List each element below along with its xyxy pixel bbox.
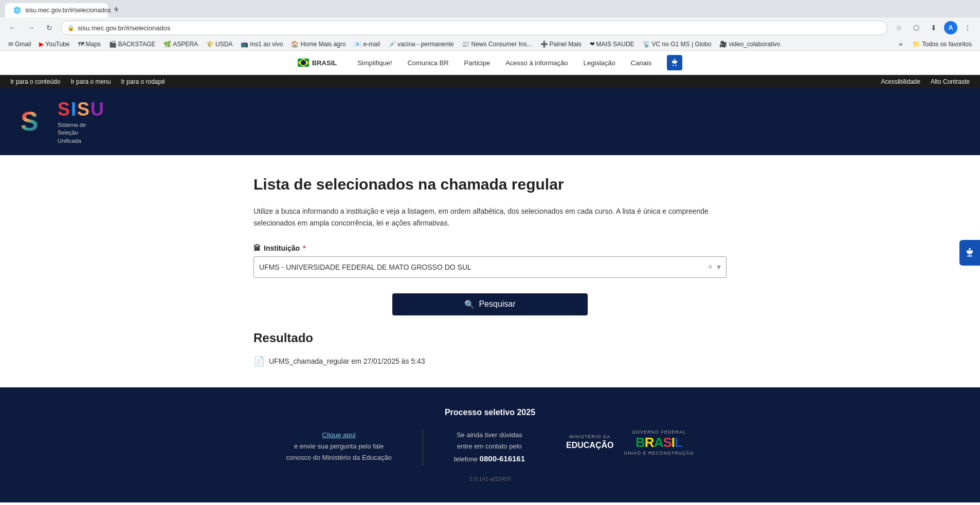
skip-to-menu[interactable]: Ir para o menu	[70, 78, 111, 85]
bookmark-backstage[interactable]: 🎬 BACKSTAGE	[106, 40, 158, 49]
backstage-icon: 🎬	[109, 41, 117, 48]
footer-col2-text2: entre em contato pelo	[457, 442, 522, 450]
bookmark-painel-label: Painel Mais	[550, 41, 582, 48]
bookmark-news[interactable]: 📰 News Consumer Ins...	[459, 40, 535, 49]
dropdown-icon[interactable]: ▾	[717, 262, 721, 272]
bookmark-maps[interactable]: 🗺 Maps	[75, 40, 104, 49]
gov-link-simplifique[interactable]: Simplifique!	[357, 59, 392, 67]
gov-link-canais[interactable]: Canais	[631, 59, 651, 67]
bookmarks-bar: ✉ Gmail ▶ YouTube 🗺 Maps 🎬 BACKSTAGE 🌿 A…	[0, 38, 980, 51]
new-tab-button[interactable]: +	[109, 2, 123, 16]
browser-toolbar: ← → ↻ 🔒 sisu.mec.gov.br/#/selecionados ☆…	[0, 17, 980, 38]
gov-link-participe[interactable]: Participe	[464, 59, 491, 67]
footer-phone-number: 0800-616161	[480, 454, 525, 463]
sisu-letter-u: U	[90, 99, 105, 120]
brasil-wordmark: BRASIL	[636, 435, 682, 451]
bookmark-saude[interactable]: ❤ MAIS SAUDE	[587, 40, 638, 49]
gov-brasil-label: BRASIL	[312, 59, 337, 67]
bookmark-maps-label: Maps	[86, 41, 101, 48]
search-button-label: Pesquisar	[479, 300, 515, 309]
bookmarks-more-icon: »	[899, 41, 903, 48]
footer-clique-aqui[interactable]: Clique aqui	[322, 431, 356, 439]
forward-button[interactable]: →	[24, 21, 38, 35]
lock-icon: 🔒	[67, 25, 75, 31]
bookmark-vacina[interactable]: 💉 vacina - permanente	[385, 40, 457, 49]
sisu-word: SISU	[58, 99, 105, 120]
alto-contraste-link[interactable]: Alto Contraste	[931, 78, 970, 85]
bookmark-g1[interactable]: 📡 VC no G1 MS | Globo	[640, 40, 715, 49]
bookmark-aspera[interactable]: 🌿 ASPERA	[160, 40, 201, 49]
back-button[interactable]: ←	[5, 21, 20, 35]
bookmark-usda[interactable]: 🌾 USDA	[203, 40, 235, 49]
bookmark-email[interactable]: 📧 e-mail	[351, 40, 383, 49]
gmail-icon: ✉	[8, 41, 13, 48]
gov-link-comunica[interactable]: Comunica BR	[407, 59, 448, 67]
download-icon: ⬇	[931, 24, 937, 32]
bookmark-painel[interactable]: ➕ Painel Mais	[537, 40, 585, 49]
bookmarks-more-button[interactable]: »	[896, 40, 906, 49]
url-bar[interactable]: 🔒 sisu.mec.gov.br/#/selecionados	[61, 21, 887, 35]
sisu-letter-s2: S	[77, 99, 90, 120]
bookmark-homeagro[interactable]: 🏠 Home Mais agro	[288, 40, 349, 49]
bookmarks-folder[interactable]: 📁 Todos os favoritos	[910, 40, 975, 49]
bookmark-ms1-label: ms1 ao vivo	[250, 41, 283, 48]
bookmark-email-label: e-mail	[363, 41, 380, 48]
brasil-b: B	[636, 435, 645, 450]
floating-accessibility-button[interactable]	[959, 240, 980, 266]
skip-links-bar: Ir para o conteúdo Ir para o menu Ir par…	[0, 75, 980, 88]
g1-icon: 📡	[643, 41, 650, 48]
gov-link-acesso[interactable]: Acesso à informação	[505, 59, 568, 67]
instituicao-select[interactable]: UFMS - UNIVERSIDADE FEDERAL DE MATO GROS…	[253, 256, 727, 278]
user-avatar[interactable]: A	[944, 21, 957, 34]
accessibility-link[interactable]: Acessibilidade	[881, 78, 920, 85]
folder-label: Todos os favoritos	[922, 41, 972, 48]
bookmark-gmail[interactable]: ✉ Gmail	[5, 40, 34, 49]
institution-icon: 🏛	[253, 244, 261, 252]
back-icon: ←	[9, 24, 16, 32]
skip-to-footer[interactable]: Ir para o rodapé	[121, 78, 165, 85]
extension-button[interactable]: ⬡	[909, 21, 923, 35]
news-icon: 📰	[462, 41, 469, 48]
resultado-file-name: UFMS_chamada_regular em 27/01/2025 às 5:…	[269, 357, 425, 365]
folder-icon: 📁	[913, 41, 920, 48]
bookmark-homeagro-label: Home Mais agro	[300, 41, 346, 48]
clear-icon[interactable]: ×	[708, 263, 713, 272]
sisu-subtitle-line1: Sistema de	[58, 122, 86, 128]
bookmark-button[interactable]: ☆	[892, 21, 906, 35]
youtube-icon: ▶	[39, 41, 44, 48]
browser-tabs: 🌐 sisu.mec.gov.br/#/selecionados × +	[0, 0, 980, 17]
usda-icon: 🌾	[206, 41, 214, 48]
resultado-file-link[interactable]: 📄 UFMS_chamada_regular em 27/01/2025 às …	[253, 356, 727, 367]
bookmark-video[interactable]: 🎥 video_colaborativo	[716, 40, 783, 49]
bookmark-youtube[interactable]: ▶ YouTube	[36, 40, 72, 49]
svg-point-3	[969, 248, 971, 250]
bookmark-icon: ☆	[896, 24, 902, 32]
download-button[interactable]: ⬇	[927, 21, 941, 35]
sisu-subtitle: Sistema de Seleção Unificada	[58, 121, 105, 145]
search-button[interactable]: 🔍 Pesquisar	[392, 293, 588, 315]
footer-divider	[423, 429, 423, 465]
brazil-flag	[298, 59, 309, 67]
mec-label1: MINISTÉRIO DA	[566, 434, 613, 440]
brasil-s: S	[663, 435, 671, 450]
browser-actions: ☆ ⬡ ⬇ A ⋮	[892, 21, 975, 35]
tab-label: sisu.mec.gov.br/#/selecionados	[25, 7, 111, 14]
bookmark-news-label: News Consumer Ins...	[471, 41, 532, 48]
active-tab[interactable]: 🌐 sisu.mec.gov.br/#/selecionados ×	[5, 3, 108, 17]
reload-icon: ↻	[46, 24, 52, 32]
gov-federal-text: GOVERNO FEDERAL	[632, 429, 686, 435]
brasil-r: R	[645, 435, 654, 450]
bookmark-vacina-label: vacina - permanente	[397, 41, 453, 48]
painel-icon: ➕	[540, 41, 548, 48]
footer-col-fale: Clique aqui e envie sua pergunta pelo fa…	[286, 429, 391, 463]
vacina-icon: 💉	[388, 41, 396, 48]
email-icon: 📧	[354, 41, 361, 48]
more-menu-button[interactable]: ⋮	[960, 21, 975, 35]
aspera-icon: 🌿	[164, 41, 171, 48]
skip-to-content[interactable]: Ir para o conteúdo	[10, 78, 60, 85]
bookmark-ms1[interactable]: 📺 ms1 ao vivo	[238, 40, 286, 49]
reload-button[interactable]: ↻	[42, 21, 57, 35]
gov-link-legislacao[interactable]: Legislação	[584, 59, 615, 67]
footer-col1-text1: e envie sua pergunta pelo fale	[294, 442, 384, 450]
gov-accessibility-button[interactable]	[667, 55, 682, 70]
